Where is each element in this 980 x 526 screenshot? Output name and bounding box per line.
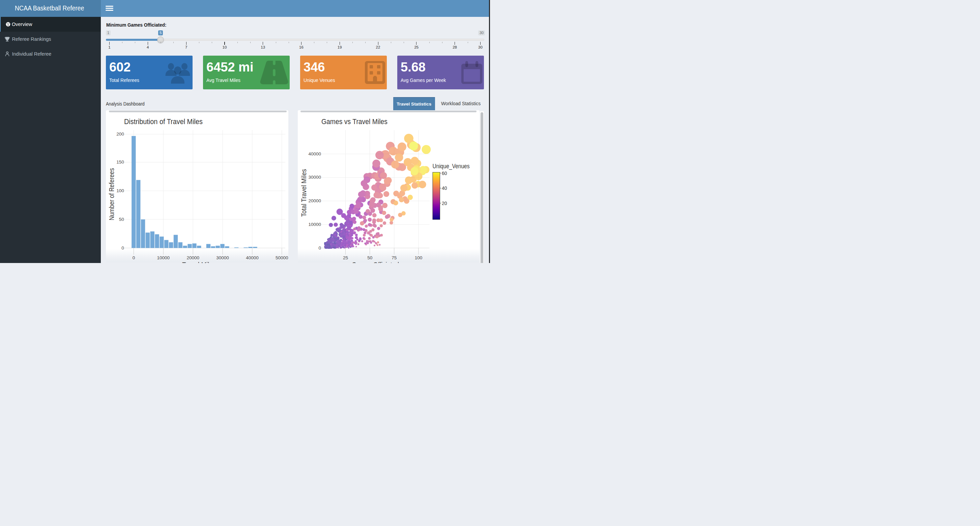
svg-text:60: 60 <box>442 171 447 176</box>
svg-text:75: 75 <box>391 255 396 260</box>
svg-text:0: 0 <box>318 245 321 251</box>
svg-text:20000: 20000 <box>308 198 321 203</box>
svg-text:40000: 40000 <box>308 151 321 156</box>
svg-text:50: 50 <box>367 255 372 260</box>
svg-text:0: 0 <box>121 245 124 251</box>
svg-text:20: 20 <box>442 200 447 206</box>
svg-text:Number of Referees: Number of Referees <box>108 168 115 221</box>
svg-text:Travel Miles: Travel Miles <box>182 261 216 263</box>
svg-text:30000: 30000 <box>216 255 229 260</box>
svg-text:Games Officiated: Games Officiated <box>352 261 399 263</box>
svg-text:0: 0 <box>132 255 135 260</box>
svg-text:30000: 30000 <box>308 175 321 180</box>
svg-text:40000: 40000 <box>246 255 259 260</box>
svg-text:200: 200 <box>116 132 124 137</box>
svg-text:Unique_Venues: Unique_Venues <box>432 163 469 170</box>
svg-text:150: 150 <box>116 159 124 165</box>
svg-text:50: 50 <box>119 217 124 222</box>
svg-text:25: 25 <box>343 255 348 260</box>
svg-text:50000: 50000 <box>275 255 288 260</box>
svg-text:Distribution of Travel Miles: Distribution of Travel Miles <box>124 118 203 126</box>
svg-text:100: 100 <box>414 255 422 260</box>
svg-text:10000: 10000 <box>157 255 170 260</box>
svg-text:Total Travel Miles: Total Travel Miles <box>300 169 307 217</box>
svg-text:100: 100 <box>116 188 124 193</box>
svg-text:40: 40 <box>442 186 447 191</box>
svg-text:20000: 20000 <box>186 255 199 260</box>
svg-text:10000: 10000 <box>308 222 321 227</box>
svg-text:Games vs Travel Miles: Games vs Travel Miles <box>321 118 388 126</box>
